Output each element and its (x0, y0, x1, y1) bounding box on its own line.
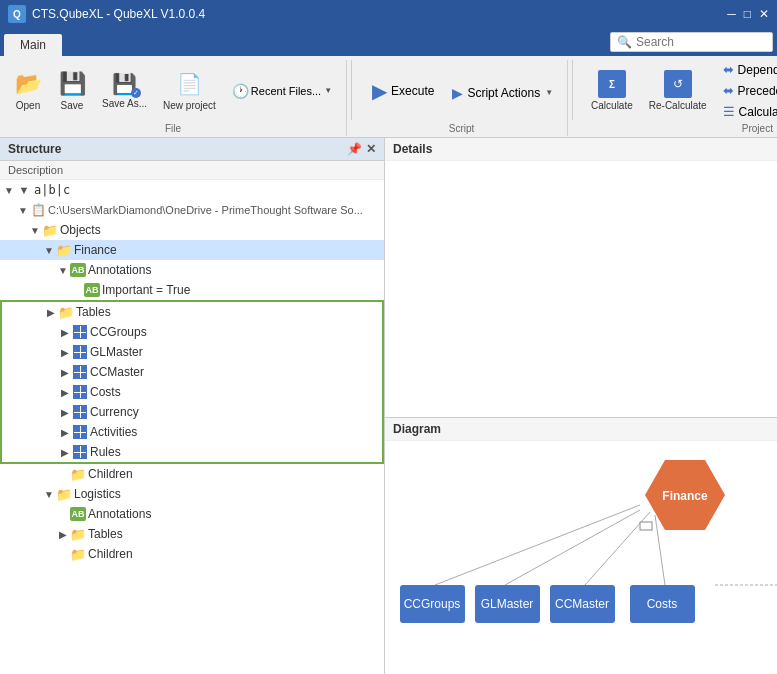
toggle-ccgroups[interactable]: ▶ (58, 325, 72, 339)
svg-text:Costs: Costs (647, 597, 678, 611)
costs-label: Costs (88, 385, 121, 399)
costs-grid-icon (72, 384, 88, 400)
recent-files-icon: 🕐 Recent Files... ▼ (232, 77, 332, 105)
tree-item-logistics[interactable]: ▼ 📁 Logistics (0, 484, 384, 504)
tree-item-tables-log[interactable]: ▶ 📁 Tables (0, 524, 384, 544)
toggle-finance[interactable]: ▼ (42, 243, 56, 257)
close-btn[interactable]: ✕ (759, 7, 769, 21)
tree-item-glmaster[interactable]: ▶ GLMaster (2, 342, 382, 362)
toggle-path[interactable]: ▼ (16, 203, 30, 217)
toggle-annotations[interactable]: ▼ (56, 263, 70, 277)
tree-item-root[interactable]: ▼ ▼ a|b|c (0, 180, 384, 200)
tree-item-rules[interactable]: ▶ Rules (2, 442, 382, 462)
tab-main[interactable]: Main (4, 34, 62, 56)
tree-item-annotations[interactable]: ▼ AB Annotations (0, 260, 384, 280)
toggle-activities[interactable]: ▶ (58, 425, 72, 439)
script-actions-label: Script Actions (467, 86, 540, 100)
ccgroups-label: CCGroups (88, 325, 147, 339)
toggle-ccmaster[interactable]: ▶ (58, 365, 72, 379)
calculate-icon: Σ (598, 70, 626, 98)
tree-item-important[interactable]: ▶ AB Important = True (0, 280, 384, 300)
important-label: Important = True (100, 283, 190, 297)
main-content: Structure 📌 ✕ Description ▼ ▼ a|b|c ▼ 📋 … (0, 138, 777, 674)
project-group-items: Σ Calculate ↺ Re-Calculate ⬌ Dependents (585, 60, 777, 121)
ccgroups-grid-icon (72, 324, 88, 340)
svg-line-0 (435, 505, 640, 585)
toggle-currency[interactable]: ▶ (58, 405, 72, 419)
ccmaster-label: CCMaster (88, 365, 144, 379)
tree-item-finance[interactable]: ▼ 📁 Finance (0, 240, 384, 260)
diagram-section: Diagram Finance CCGroups (385, 417, 777, 674)
file-group-items: 📂 Open 💾 Save 💾 ✓ Save (8, 60, 338, 121)
glmaster-grid-icon (72, 344, 88, 360)
tree-item-objects[interactable]: ▼ 📁 Objects (0, 220, 384, 240)
calculation-list-button[interactable]: ☰ Calculation List (717, 102, 777, 121)
tree-item-costs[interactable]: ▶ Costs (2, 382, 382, 402)
structure-panel: Structure 📌 ✕ Description ▼ ▼ a|b|c ▼ 📋 … (0, 138, 385, 674)
toggle-objects[interactable]: ▼ (28, 223, 42, 237)
title-bar: Q CTS.QubeXL - QubeXL V1.0.0.4 ─ □ ✕ (0, 0, 777, 28)
script-actions-button[interactable]: ▶ Script Actions ▼ (446, 83, 559, 103)
currency-label: Currency (88, 405, 139, 419)
dependents-button[interactable]: ⬌ Dependents (717, 60, 777, 79)
details-content (385, 161, 777, 417)
rules-grid-icon (72, 444, 88, 460)
toggle-glmaster[interactable]: ▶ (58, 345, 72, 359)
toggle-costs[interactable]: ▶ (58, 385, 72, 399)
tree-item-children-log[interactable]: ▶ 📁 Children (0, 544, 384, 564)
toggle-tables-log[interactable]: ▶ (56, 527, 70, 541)
save-as-button[interactable]: 💾 ✓ Save As... (96, 68, 153, 113)
tree-item-activities[interactable]: ▶ Activities (2, 422, 382, 442)
open-button[interactable]: 📂 Open (8, 66, 48, 115)
tree-item-ccmaster[interactable]: ▶ CCMaster (2, 362, 382, 382)
panel-header-icons: 📌 ✕ (347, 142, 376, 156)
calclist-icon: ☰ (723, 104, 735, 119)
search-icon: 🔍 (617, 35, 632, 49)
tree-item-annotations-log[interactable]: ▶ AB Annotations (0, 504, 384, 524)
toggle-root[interactable]: ▼ (2, 183, 16, 197)
recalculate-label: Re-Calculate (649, 100, 707, 111)
svg-text:CCMaster: CCMaster (555, 597, 609, 611)
objects-folder-icon: 📁 (42, 222, 58, 238)
tree-item-path[interactable]: ▼ 📋 C:\Users\MarkDiamond\OneDrive - Prim… (0, 200, 384, 220)
ribbon: 📂 Open 💾 Save 💾 ✓ Save (0, 56, 777, 138)
pin-icon[interactable]: 📌 (347, 142, 362, 156)
rules-label: Rules (88, 445, 121, 459)
new-project-button[interactable]: 📄 New project (157, 66, 222, 115)
children-finance-icon: 📁 (70, 466, 86, 482)
ab-annotations-log-icon: AB (70, 506, 86, 522)
tree-item-currency[interactable]: ▶ Currency (2, 402, 382, 422)
calculate-button[interactable]: Σ Calculate (585, 66, 639, 115)
tables-label: Tables (74, 305, 111, 319)
search-input[interactable] (636, 35, 766, 49)
toggle-tables[interactable]: ▶ (44, 305, 58, 319)
children-finance-label: Children (86, 467, 133, 481)
recalculate-button[interactable]: ↺ Re-Calculate (643, 66, 713, 115)
tree-container[interactable]: ▼ ▼ a|b|c ▼ 📋 C:\Users\MarkDiamond\OneDr… (0, 180, 384, 674)
minimize-btn[interactable]: ─ (727, 7, 736, 21)
maximize-btn[interactable]: □ (744, 7, 751, 21)
svg-text:CCGroups: CCGroups (404, 597, 461, 611)
execute-button[interactable]: ▶ Execute (364, 75, 442, 107)
panel-close-icon[interactable]: ✕ (366, 142, 376, 156)
tables-log-label: Tables (86, 527, 123, 541)
new-project-label: New project (163, 100, 216, 111)
children-log-icon: 📁 (70, 546, 86, 562)
save-icon: 💾 (58, 70, 86, 98)
logistics-label: Logistics (72, 487, 121, 501)
tree-item-tables[interactable]: ▶ 📁 Tables (2, 302, 382, 322)
tree-item-ccgroups[interactable]: ▶ CCGroups (2, 322, 382, 342)
tree-item-children-finance[interactable]: ▶ 📁 Children (0, 464, 384, 484)
toggle-rules[interactable]: ▶ (58, 445, 72, 459)
annotations-log-label: Annotations (86, 507, 151, 521)
finance-folder-icon: 📁 (56, 242, 72, 258)
precedents-button[interactable]: ⬌ Precedents (717, 81, 777, 100)
save-button[interactable]: 💾 Save (52, 66, 92, 115)
toggle-logistics[interactable]: ▼ (42, 487, 56, 501)
filter-icon: ▼ (16, 182, 32, 198)
recent-files-button[interactable]: 🕐 Recent Files... ▼ (226, 73, 338, 109)
script-group-label: Script (449, 123, 475, 136)
structure-panel-header: Structure 📌 ✕ (0, 138, 384, 161)
path-label: C:\Users\MarkDiamond\OneDrive - PrimeTho… (46, 204, 363, 216)
search-box[interactable]: 🔍 (610, 32, 773, 52)
